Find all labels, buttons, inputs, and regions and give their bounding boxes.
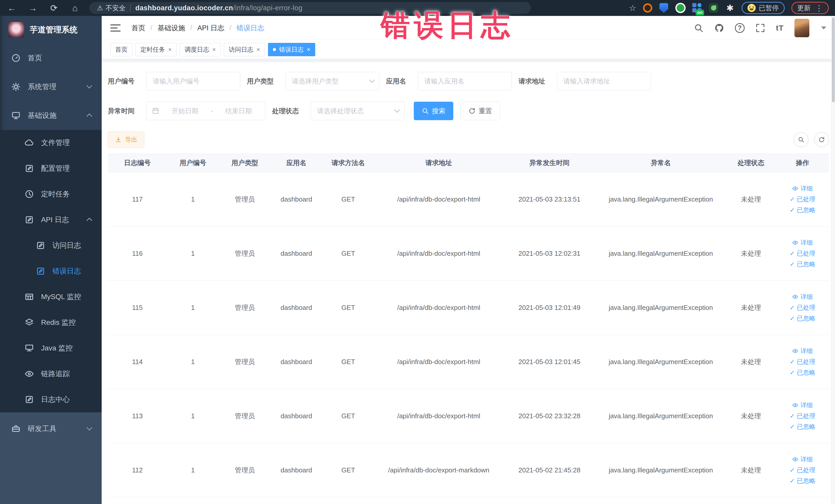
scrollbar-thumb[interactable] (832, 18, 835, 102)
extension-leaf-icon[interactable] (709, 3, 718, 13)
action-label: 已忽略 (797, 206, 815, 214)
sidebar-item-log-center[interactable]: 日志中心 (0, 387, 102, 412)
close-icon[interactable]: × (212, 46, 216, 53)
browser-back-icon[interactable]: ← (6, 3, 18, 13)
sidebar-item-system-management[interactable]: 系统管理 (0, 73, 102, 101)
main-area: 首页 / 基础设施 / API 日志 / 错误日志 ? tT 首页 定时任务× … (102, 16, 835, 504)
not-secure-badge[interactable]: ⚠ 不安全 (97, 4, 125, 13)
sidebar-item-api-log[interactable]: API 日志 (0, 207, 102, 233)
reset-button[interactable]: 重置 (461, 102, 500, 120)
tab-access-log[interactable]: 访问日志× (224, 43, 265, 56)
tab-error-log[interactable]: 错误日志× (268, 43, 315, 56)
action-processed[interactable]: ✓已处理 (790, 195, 815, 203)
sidebar-item-access-log[interactable]: 访问日志 (0, 233, 102, 258)
request-url-input[interactable] (557, 72, 651, 90)
bookmark-star-icon[interactable]: ☆ (629, 3, 636, 13)
page-scrollbar[interactable] (831, 16, 835, 504)
action-ignored[interactable]: ✓已忽略 (790, 477, 815, 485)
user-avatar[interactable] (794, 19, 809, 37)
tab-scheduled-tasks[interactable]: 定时任务× (136, 43, 177, 56)
check-icon: ✓ (790, 206, 795, 214)
tab-home[interactable]: 首页 (110, 43, 133, 56)
action-ignored[interactable]: ✓已忽略 (790, 206, 815, 214)
profile-paused-pill[interactable]: 已暂停 (741, 2, 785, 14)
browser-reload-icon[interactable]: ⟳ (48, 3, 60, 13)
breadcrumb-api-log[interactable]: API 日志 (197, 23, 224, 33)
sidebar-item-infrastructure[interactable]: 基础设施 (0, 101, 102, 130)
avatar-caret-icon[interactable] (821, 26, 826, 29)
font-size-icon[interactable]: tT (776, 24, 784, 32)
exception-time-range-picker[interactable]: 开始日期 - 结束日期 (146, 102, 265, 120)
sidebar-item-java-monitor[interactable]: Java 监控 (0, 335, 102, 361)
extension-orange-icon[interactable] (643, 3, 652, 13)
extension-puzzle-icon[interactable]: ✱ (725, 3, 735, 13)
action-detail[interactable]: 详细 (792, 455, 813, 463)
browser-home-icon[interactable]: ⌂ (69, 3, 81, 13)
extension-grid-icon[interactable]: on (692, 3, 702, 13)
sidebar-item-home[interactable]: 首页 (0, 44, 102, 73)
col-log-id: 日志编号 (108, 154, 167, 172)
extension-green-icon[interactable] (675, 3, 686, 13)
export-button[interactable]: 导出 (108, 132, 144, 148)
action-ignored[interactable]: ✓已忽略 (790, 260, 815, 268)
action-processed[interactable]: ✓已处理 (790, 249, 815, 258)
refresh-table-button[interactable] (814, 133, 829, 147)
sidebar-item-redis-monitor[interactable]: Redis 监控 (0, 310, 102, 335)
sidebar-item-mysql-monitor[interactable]: MySQL 监控 (0, 284, 102, 310)
browser-menu-icon[interactable]: ⋮ (815, 4, 823, 13)
browser-forward-icon[interactable]: → (27, 3, 39, 13)
sidebar-item-trace[interactable]: 链路追踪 (0, 361, 102, 387)
infrastructure-submenu: 文件管理 配置管理 定时任务 API 日志 访问日志 (0, 130, 102, 412)
action-label: 已处理 (797, 195, 815, 203)
tab-schedule-log[interactable]: 调度日志× (180, 43, 221, 56)
filter-row-2: 异常时间 开始日期 - 结束日期 处理状态 请选择处理状态 (108, 102, 829, 120)
check-icon: ✓ (790, 315, 795, 322)
sidebar-collapse-icon[interactable] (110, 24, 121, 32)
fullscreen-icon[interactable] (755, 23, 765, 33)
close-icon[interactable]: × (168, 46, 172, 53)
search-icon[interactable] (694, 23, 704, 33)
close-icon[interactable]: × (257, 46, 260, 53)
action-detail[interactable]: 详细 (792, 293, 813, 301)
annotation-error-log-title: 错误日志 (381, 6, 514, 45)
breadcrumb-current: 错误日志 (237, 23, 264, 33)
action-ignored[interactable]: ✓已忽略 (790, 423, 815, 431)
action-processed[interactable]: ✓已处理 (790, 303, 815, 312)
sidebar-item-scheduled-tasks[interactable]: 定时任务 (0, 181, 102, 207)
toggle-search-button[interactable] (794, 133, 808, 147)
warning-icon: ⚠ (97, 4, 103, 12)
action-processed[interactable]: ✓已处理 (790, 466, 815, 474)
sidebar-bottom-section: 研发工具 (0, 412, 102, 504)
action-detail[interactable]: 详细 (792, 184, 813, 193)
cell-user-id: 1 (167, 443, 219, 497)
search-button[interactable]: 搜索 (414, 102, 453, 120)
breadcrumb-infrastructure[interactable]: 基础设施 (158, 23, 185, 33)
app-logo-row[interactable]: 芋道管理系统 (0, 16, 102, 44)
action-ignored[interactable]: ✓已忽略 (790, 368, 815, 377)
sidebar-menu: 首页 系统管理 基础设施 文件管理 配置管理 (0, 44, 102, 504)
sidebar-item-config-management[interactable]: 配置管理 (0, 156, 102, 181)
close-icon[interactable]: × (307, 46, 310, 53)
user-id-input[interactable] (146, 72, 240, 90)
cell-method: GET (322, 281, 374, 335)
process-status-select[interactable]: 请选择处理状态 (311, 102, 405, 120)
sidebar-item-file-management[interactable]: 文件管理 (0, 130, 102, 156)
breadcrumb-home[interactable]: 首页 (131, 23, 145, 33)
app-name-input[interactable] (418, 72, 512, 90)
sidebar-item-error-log[interactable]: 错误日志 (0, 258, 102, 284)
github-icon[interactable] (714, 23, 724, 33)
cell-exception-time: 2021-05-03 12:01:49 (503, 281, 596, 335)
action-detail[interactable]: 详细 (792, 239, 813, 247)
extension-shield-icon[interactable] (659, 3, 669, 13)
help-icon[interactable]: ? (735, 23, 745, 33)
action-detail[interactable]: 详细 (792, 347, 813, 355)
user-type-select[interactable]: 请选择用户类型 (285, 72, 380, 90)
action-processed[interactable]: ✓已处理 (790, 412, 815, 420)
action-ignored[interactable]: ✓已忽略 (790, 314, 815, 322)
browser-update-button[interactable]: 更新 ⋮ (791, 2, 829, 14)
page-url[interactable]: dashboard.yudao.iocoder.cn/infra/log/api… (135, 4, 302, 12)
cell-exception-name: java.lang.IllegalArgumentException (596, 389, 726, 443)
sidebar-item-dev-tools[interactable]: 研发工具 (0, 415, 102, 443)
action-detail[interactable]: 详细 (792, 401, 813, 409)
action-processed[interactable]: ✓已处理 (790, 358, 815, 366)
